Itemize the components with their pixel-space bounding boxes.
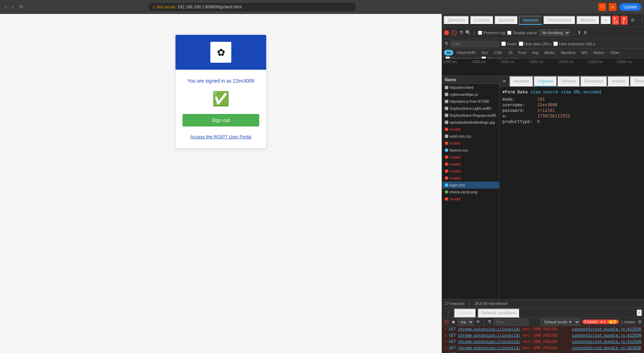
type-tab-all[interactable]: All (444, 50, 453, 55)
entry-source-link[interactable]: contentScript.bundle.js:412930 (572, 327, 641, 331)
type-tab-img[interactable]: Img (530, 50, 541, 55)
close-detail-icon[interactable]: ✕ (500, 77, 509, 85)
error-icon: ✕ (445, 155, 448, 159)
entry-url-link[interactable]: chrome-extension://invalid/ (458, 346, 521, 350)
entry-source-link[interactable]: contentScript.bundle.js:412930 (572, 339, 641, 344)
list-item[interactable]: antd.min.css (442, 133, 499, 140)
status-png-icon (445, 190, 448, 194)
console-settings-icon[interactable]: ⚙ (638, 319, 642, 324)
entry-url-link[interactable]: chrome-extension://invalid/ (458, 333, 521, 338)
network-conditions-tab[interactable]: Network conditions (478, 308, 520, 317)
eye-icon[interactable]: 👁 (476, 319, 480, 324)
back-button[interactable]: ‹ (3, 3, 9, 11)
tab-network[interactable]: Network (519, 16, 542, 25)
download-icon[interactable]: ⬇ (583, 30, 587, 35)
tab-memory[interactable]: Memory (576, 16, 600, 25)
list-item[interactable]: ✕ invalid (442, 126, 499, 133)
record-console-button[interactable]: ⏺ (451, 320, 456, 324)
tab-preview[interactable]: Preview (557, 76, 581, 86)
tab-response[interactable]: Response (580, 76, 607, 86)
list-item[interactable]: ✕ invalid (442, 175, 499, 182)
entry-url-link[interactable]: chrome-extension://invalid/ (458, 327, 521, 331)
list-item[interactable]: cyberoamAjax.js (442, 91, 499, 98)
brave-icon[interactable]: 🦁 (609, 3, 616, 11)
search-icon[interactable]: 🔍 (465, 30, 471, 35)
issue-count-1: ● 1 (599, 320, 607, 324)
invert-label[interactable]: Invert (501, 41, 517, 46)
console-filter-input[interactable] (494, 319, 529, 325)
entry-source-link[interactable]: contentScript.bundle.js:412930 (572, 346, 641, 350)
preserve-log-checkbox[interactable] (478, 31, 482, 35)
hide-ext-label[interactable]: Hide extension URLs (553, 41, 595, 46)
clear-console-button[interactable]: 🚫 (444, 320, 449, 324)
upload-icon[interactable]: ⬆ (577, 30, 581, 35)
list-item[interactable]: ✕ invalid (442, 168, 499, 175)
error-icon: ✕ (445, 141, 448, 145)
filter-input[interactable] (450, 41, 499, 47)
tab-initiator[interactable]: Initiator (607, 76, 629, 86)
brave-shield-icon[interactable]: 🛡 (598, 3, 606, 11)
type-tab-other[interactable]: Other (607, 50, 622, 55)
list-item[interactable]: SophosSans-Regular.woff2 (442, 112, 499, 119)
portal-link[interactable]: Access the RGIPT User Portal (190, 134, 251, 139)
list-item[interactable]: ✕ invalid (442, 140, 499, 147)
settings-icon[interactable]: ⚙ (629, 16, 637, 24)
type-tab-js[interactable]: JS (506, 50, 515, 55)
console-menu-icon[interactable]: ⋮ (444, 309, 452, 317)
type-tab-fetch[interactable]: Fetch/XHR (454, 50, 478, 55)
console-tab[interactable]: Console (454, 308, 476, 317)
record-button[interactable] (444, 30, 449, 35)
tab-elements[interactable]: Elements (443, 16, 469, 25)
type-tab-font[interactable]: Font (516, 50, 529, 55)
dock-icon[interactable]: ⋮ (638, 16, 644, 24)
hide-ext-checkbox[interactable] (553, 41, 558, 46)
address-bar[interactable]: ⚠ Not secure 192.168.100.1:8090/httpclie… (148, 2, 357, 12)
list-item[interactable]: uploadedwebclientlogo.jpg (442, 119, 499, 126)
type-tab-media[interactable]: Media (542, 50, 557, 55)
forward-button[interactable]: › (10, 3, 16, 11)
close-console-icon[interactable]: ✕ (637, 309, 642, 316)
signed-in-text: You are signed in as 22ev3008 (182, 78, 259, 84)
view-source-link[interactable]: view source (530, 90, 558, 94)
list-item[interactable]: favicon.ico (442, 147, 499, 154)
list-item[interactable]: ✕ invalid (442, 154, 499, 161)
entry-source-link[interactable]: contentScript.bundle.js:412930 (572, 333, 641, 338)
list-item[interactable]: httpclient.js?ver=67390 (442, 98, 499, 105)
entry-url-link[interactable]: chrome-extension://invalid/ (458, 339, 521, 344)
tab-timing[interactable]: Timing (630, 76, 644, 86)
list-item[interactable]: check-circle.png (442, 189, 499, 195)
tab-headers[interactable]: Headers (509, 76, 533, 86)
hide-data-label[interactable]: Hide data URLs (519, 41, 552, 46)
type-tab-wasm[interactable]: Wasm (591, 50, 607, 55)
tab-payload[interactable]: Payload (533, 76, 557, 86)
update-button[interactable]: Update (619, 3, 641, 11)
tab-performance[interactable]: Performance (543, 16, 576, 25)
preserve-log-label[interactable]: Preserve log (478, 31, 505, 35)
reload-button[interactable]: ↻ (17, 3, 25, 11)
list-item-login-xml[interactable]: login.xml (442, 182, 499, 189)
disable-cache-label[interactable]: Disable cache (507, 31, 537, 35)
type-tab-css[interactable]: CSS (492, 50, 505, 55)
signout-button[interactable]: Sign out (182, 114, 259, 126)
disable-cache-checkbox[interactable] (507, 31, 511, 35)
default-levels-select[interactable]: Default levels ▼ (540, 319, 580, 325)
hide-data-checkbox[interactable] (519, 41, 523, 46)
type-tab-doc[interactable]: Doc (479, 50, 491, 55)
console-entries: ✕ GET chrome-extension://invalid/ net::E… (442, 326, 644, 353)
tab-sources[interactable]: Sources (494, 16, 518, 25)
invert-checkbox[interactable] (501, 41, 506, 46)
list-item[interactable]: httpclient.html (442, 84, 499, 91)
view-url-encoded-link[interactable]: view URL-encoded (561, 90, 601, 94)
console-area: ⋮ Console Network conditions ✕ 🚫 ⏺ top 👁… (442, 308, 644, 353)
type-tab-manifest[interactable]: Manifest (558, 50, 578, 55)
top-select[interactable]: top (458, 319, 474, 325)
list-item[interactable]: ✕ invalid (442, 195, 499, 202)
list-item[interactable]: ✕ invalid (442, 161, 499, 168)
throttle-select[interactable]: No throttling (539, 29, 570, 36)
tab-console[interactable]: Console (470, 16, 494, 25)
tab-more[interactable]: » (600, 16, 611, 25)
clear-button[interactable]: 🚫 (451, 30, 457, 36)
type-tab-ws[interactable]: WS (579, 50, 590, 55)
filter-icon[interactable]: ⚗ (459, 30, 463, 35)
list-item[interactable]: SophosSans-Light.woff2 (442, 105, 499, 112)
